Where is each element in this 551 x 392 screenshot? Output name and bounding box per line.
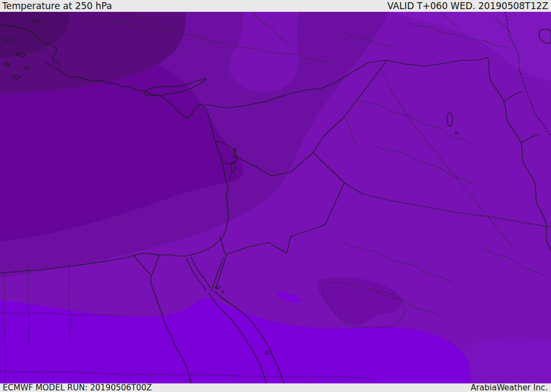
map-title: Temperature at 250 hPa [2, 0, 112, 12]
attribution-label: ArabiaWeather Inc. [471, 383, 548, 392]
valid-time-label: VALID T+060 WED. 20190508T12Z [387, 0, 548, 12]
temperature-map-canvas [0, 12, 551, 383]
model-run-label: ECMWF MODEL RUN: 20190506T00Z [3, 383, 152, 392]
weather-map [0, 12, 551, 383]
shade-bright-muted-southeast [463, 338, 551, 383]
header-bar: Temperature at 250 hPa VALID T+060 WED. … [0, 0, 551, 12]
footer-bar: ECMWF MODEL RUN: 20190506T00Z ArabiaWeat… [0, 383, 551, 392]
